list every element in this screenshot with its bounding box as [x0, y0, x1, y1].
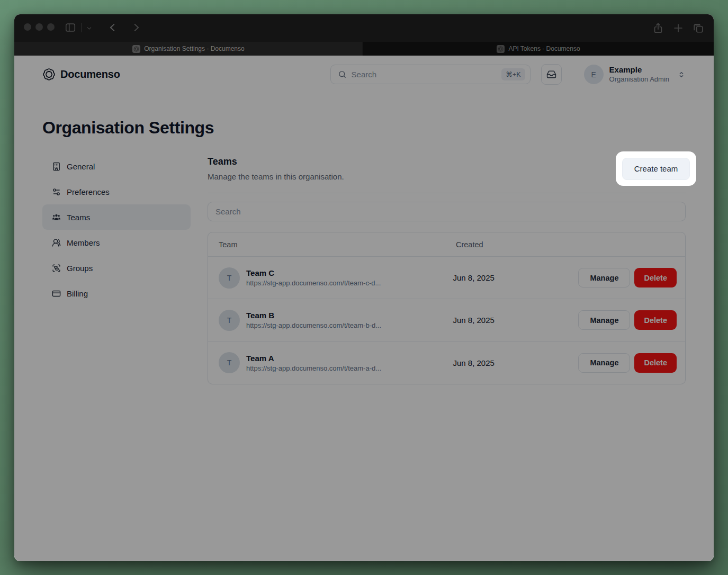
tab-label: Organisation Settings - Documenso: [144, 45, 244, 52]
tab-overview-icon[interactable]: [693, 22, 704, 34]
documenso-favicon: [132, 45, 140, 53]
sidebar-toggle-icon[interactable]: [65, 22, 76, 33]
desktop-background: Organisation Settings - Documenso API To…: [0, 0, 728, 575]
create-team-spotlight: Create team: [616, 151, 696, 186]
forward-button[interactable]: [130, 22, 142, 33]
new-tab-button[interactable]: [672, 22, 684, 34]
browser-window: Organisation Settings - Documenso API To…: [14, 14, 714, 561]
tab-label: API Tokens - Documenso: [508, 45, 580, 52]
share-icon[interactable]: [652, 22, 664, 34]
create-team-button[interactable]: Create team: [622, 158, 690, 180]
chevron-down-icon[interactable]: [86, 25, 92, 31]
close-button[interactable]: [24, 23, 31, 31]
documenso-favicon: [497, 45, 505, 53]
dim-overlay: [14, 56, 714, 561]
tab-organisation-settings[interactable]: Organisation Settings - Documenso: [14, 42, 363, 56]
window-controls: [24, 23, 55, 31]
back-button[interactable]: [107, 22, 119, 33]
zoom-button[interactable]: [47, 23, 55, 31]
tab-strip: Organisation Settings - Documenso API To…: [14, 42, 714, 56]
tab-api-tokens[interactable]: API Tokens - Documenso: [363, 42, 714, 56]
browser-titlebar: [14, 14, 714, 42]
minimize-button[interactable]: [35, 23, 43, 31]
toolbar-divider: [81, 23, 82, 32]
web-content: Documenso ⌘+K E Example Org: [14, 56, 714, 561]
